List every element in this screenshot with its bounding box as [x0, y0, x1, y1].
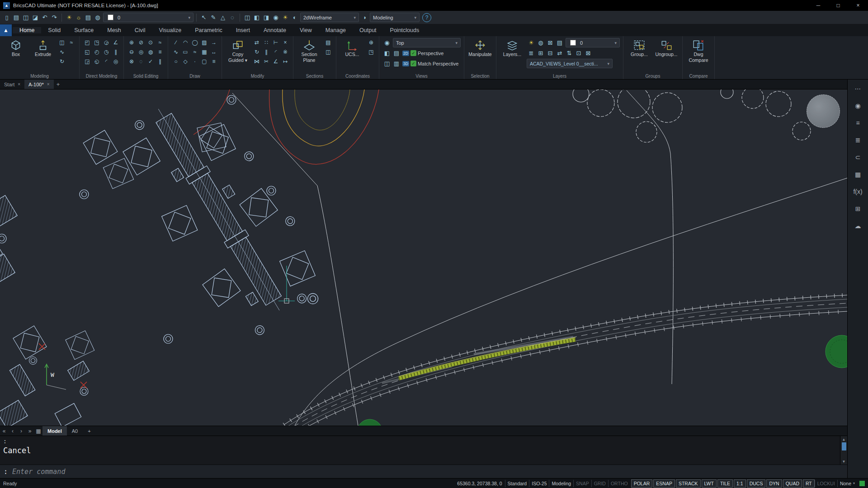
view-iso-icon[interactable]: ◧	[252, 13, 261, 22]
slice-icon[interactable]: ⊘	[137, 38, 146, 47]
ribbon-layer-select[interactable]: 0 ▾	[566, 38, 620, 47]
fillet-icon[interactable]: ◜	[271, 47, 280, 56]
layer-states-icon[interactable]: ≣	[527, 49, 536, 58]
dm-split-face-icon[interactable]: ◵	[92, 57, 101, 66]
viewport-icon[interactable]: ◫	[382, 59, 392, 68]
copy-guided-button[interactable]: Copy Guided ▾	[225, 38, 250, 69]
status-tile[interactable]: TILE	[717, 479, 733, 488]
prev-layout-icon[interactable]: ‹	[9, 428, 17, 434]
ucs-face-icon[interactable]: ◳	[367, 47, 376, 56]
ribbon-tab-mesh[interactable]: Mesh	[100, 27, 128, 33]
dm-fillet-edge-icon[interactable]: ◜	[102, 57, 111, 66]
layout-tab-a0[interactable]: A0	[67, 426, 83, 436]
dm-shell-icon[interactable]: ◎	[111, 57, 120, 66]
arc-icon[interactable]: ◠	[181, 38, 190, 47]
view-top-icon[interactable]: ◫	[243, 13, 252, 22]
ribbon-tab-output[interactable]: Output	[353, 27, 383, 33]
revolve-icon[interactable]: ↻	[57, 57, 66, 66]
layer-delete-icon[interactable]: ⊟	[546, 49, 555, 58]
status-lwt[interactable]: LWT	[702, 479, 717, 488]
box-button[interactable]: Box	[3, 38, 28, 69]
cloud-upload-icon[interactable]: ☁	[851, 221, 865, 231]
status-dyn[interactable]: DYN	[766, 479, 782, 488]
render-icon[interactable]: ◑	[360, 13, 369, 22]
ucs-button[interactable]: UCS...	[340, 38, 365, 69]
plot-style-icon[interactable]: ▤	[84, 13, 93, 22]
match-perspective-checkbox-icon[interactable]: ✓	[410, 61, 416, 66]
section-plane-button[interactable]: Section Plane	[297, 38, 322, 69]
add-layout-button[interactable]: +	[83, 426, 95, 436]
layout-list-icon[interactable]: ▦	[34, 428, 42, 434]
multiline-icon[interactable]: ≡	[209, 57, 218, 66]
ellipse-icon[interactable]: ◯	[190, 38, 199, 47]
save-file-icon[interactable]: ◫	[21, 13, 30, 22]
isolate-objects-icon[interactable]: ◧	[382, 49, 392, 58]
close-tab-icon[interactable]: ×	[47, 82, 50, 87]
stretch-icon[interactable]: ↦	[281, 57, 290, 66]
array-icon[interactable]: ∷	[262, 38, 271, 47]
app-logo-icon[interactable]: ▲	[3, 2, 10, 9]
group-button[interactable]: Group...	[627, 38, 652, 69]
layer-plot-icon[interactable]: ▤	[555, 38, 564, 47]
spline-icon[interactable]: ≈	[190, 47, 199, 56]
dm-extrude-face-icon[interactable]: ◷	[102, 47, 111, 56]
layer-on-icon[interactable]: ☀	[65, 13, 74, 22]
last-layout-icon[interactable]: »	[26, 428, 34, 434]
world-ucs-icon[interactable]: ⊕	[367, 38, 376, 47]
loft-icon[interactable]: ≈	[67, 38, 76, 47]
settings-sliders-icon[interactable]: ≡	[851, 117, 865, 128]
ribbon-tab-surface[interactable]: Surface	[67, 27, 100, 33]
minimize-button[interactable]: ─	[808, 0, 828, 11]
maximize-button[interactable]: □	[828, 0, 848, 11]
structure-panel-icon[interactable]: ⊞	[851, 203, 865, 214]
status-ducs[interactable]: DUCS	[747, 479, 766, 488]
status-ortho[interactable]: ORTHO	[608, 480, 630, 487]
separate-icon[interactable]: ◌	[137, 57, 146, 66]
dm-taper-face-icon[interactable]: ◶	[102, 38, 111, 47]
first-layout-icon[interactable]: «	[0, 428, 8, 434]
status-iso-25[interactable]: ISO-25	[529, 480, 549, 487]
scroll-down-icon[interactable]: ▼	[843, 458, 845, 465]
layer-lock-icon[interactable]: ⊠	[546, 38, 555, 47]
doc-tab-start[interactable]: Start ×	[0, 80, 24, 89]
trim-icon[interactable]: ✂	[262, 57, 271, 66]
close-tab-icon[interactable]: ×	[18, 82, 20, 87]
workspace-select[interactable]: Modeling ▾	[370, 13, 420, 22]
dm-push-pull-icon[interactable]: ◰	[83, 38, 92, 47]
section-detail-icon[interactable]: ▤	[324, 38, 333, 47]
scrollbar-thumb[interactable]	[842, 442, 846, 450]
section-clip-icon[interactable]: ◫	[324, 47, 333, 56]
dm-chamfer-edge-icon[interactable]: ∠	[111, 38, 120, 47]
chamfer-icon[interactable]: ∠	[271, 57, 280, 66]
imprint-icon[interactable]: ⊙	[146, 38, 155, 47]
status-quad[interactable]: QUAD	[783, 479, 802, 488]
drawing-canvas[interactable]: W	[0, 89, 847, 426]
dm-move-face-icon[interactable]: ◱	[83, 47, 92, 56]
intersect-icon[interactable]: ⊗	[127, 57, 136, 66]
layer-merge-icon[interactable]: ⊠	[584, 49, 593, 58]
ribbon-tab-manage[interactable]: Manage	[319, 27, 353, 33]
ribbon-tab-view[interactable]: View	[293, 27, 319, 33]
dm-rotate-face-icon[interactable]: ◲	[83, 57, 92, 66]
layer-match-icon[interactable]: ⇄	[555, 49, 564, 58]
circle-icon[interactable]: ○	[171, 57, 180, 66]
construction-line-icon[interactable]: ↔	[209, 47, 218, 56]
status-grid[interactable]: GRID	[591, 480, 608, 487]
ribbon-tab-annotate[interactable]: Annotate	[257, 27, 293, 33]
ribbon-tab-pointclouds[interactable]: Pointclouds	[383, 27, 426, 33]
layer-new-icon[interactable]: ⊞	[536, 49, 545, 58]
status-1-1[interactable]: 1:1	[734, 479, 746, 488]
polygon-icon[interactable]: ◇	[181, 57, 190, 66]
fields-icon[interactable]: f(x)	[851, 186, 865, 197]
sweep-icon[interactable]: ∿	[57, 47, 66, 56]
ray-icon[interactable]: →	[209, 38, 218, 47]
freeze-layer-icon[interactable]: ◍	[93, 13, 102, 22]
qat-layer-select[interactable]: 0 ▾	[103, 13, 193, 22]
status-rt[interactable]: RT	[803, 479, 815, 488]
help-button[interactable]: ?	[422, 13, 431, 22]
annotative-scale-icon[interactable]: △	[218, 13, 227, 22]
lookfrom-widget[interactable]	[807, 94, 840, 128]
move-icon[interactable]: ⇄	[252, 38, 261, 47]
layout-tab-model[interactable]: Model	[42, 426, 67, 436]
point-icon[interactable]: ·	[190, 57, 199, 66]
